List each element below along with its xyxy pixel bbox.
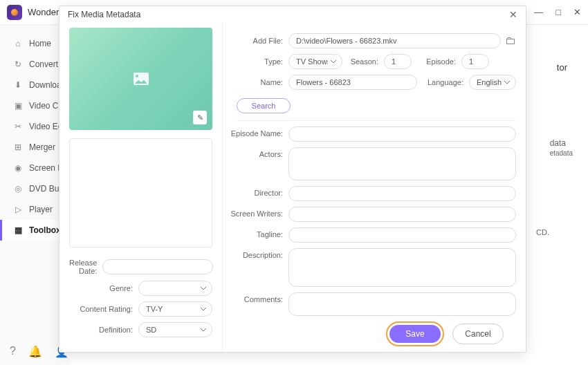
definition-select[interactable]: SD [138, 322, 212, 337]
add-file-label: Add File: [223, 37, 288, 45]
episode-name-input[interactable] [288, 127, 516, 142]
release-date-input[interactable] [102, 259, 213, 274]
close-icon[interactable]: ✕ [509, 9, 517, 20]
comments-label: Comments: [223, 292, 288, 303]
sidebar-item-label: DVD Bu [29, 184, 59, 194]
description-label: Description: [223, 248, 288, 259]
name-label: Name: [223, 78, 288, 86]
season-input[interactable] [384, 54, 412, 69]
home-icon: ⌂ [12, 38, 24, 49]
bg-fragment: CD. [536, 228, 549, 236]
cover-thumbnail[interactable]: ✎ [69, 28, 212, 130]
screen-writers-label: Screen Writers: [223, 207, 288, 218]
cancel-button[interactable]: Cancel [452, 324, 504, 344]
folder-icon[interactable]: 🗀 [505, 35, 516, 47]
left-column: ✎ Release Date: Genre: Content Rating: T… [59, 22, 222, 352]
definition-label: Definition: [69, 326, 138, 334]
window-close-button[interactable]: ✕ [573, 7, 581, 17]
edit-cover-icon[interactable]: ✎ [193, 111, 207, 124]
comments-input[interactable] [288, 292, 516, 316]
actors-label: Actors: [223, 147, 288, 158]
main-window: Wonder — □ ✕ ⌂Home ↻Convert ⬇Downloa ▣Vi… [0, 0, 588, 365]
description-input[interactable] [288, 248, 516, 287]
director-label: Director: [223, 186, 288, 197]
grid-icon: ▦ [12, 225, 24, 236]
merger-icon: ⊞ [12, 142, 24, 153]
type-select[interactable]: TV Shows [288, 54, 342, 69]
sidebar-item-label: Toolbox [29, 225, 61, 235]
save-button-highlight: Save [386, 321, 444, 346]
language-select[interactable]: English [469, 75, 516, 90]
episode-name-label: Episode Name: [223, 127, 288, 138]
metadata-modal: Fix Media Metadata ✕ ✎ Release Date: Gen… [59, 6, 526, 353]
app-logo [7, 5, 22, 20]
help-icon[interactable]: ? [10, 345, 16, 358]
genre-label: Genre: [69, 284, 138, 292]
language-label: Language: [417, 78, 469, 86]
dvd-icon: ◎ [12, 183, 24, 194]
tagline-input[interactable] [288, 227, 516, 243]
genre-select[interactable] [138, 281, 212, 296]
modal-title: Fix Media Metadata [68, 10, 140, 19]
name-input[interactable] [288, 75, 417, 90]
modal-header: Fix Media Metadata ✕ [59, 6, 526, 22]
save-button[interactable]: Save [389, 325, 441, 343]
sidebar-item-label: Merger [29, 142, 55, 152]
sidebar-item-label: Player [29, 205, 53, 214]
bg-fragment: tor [557, 62, 567, 73]
minimize-button[interactable]: — [534, 7, 543, 17]
modal-footer: Save Cancel [223, 316, 516, 352]
episode-label: Episode: [412, 57, 461, 66]
director-input[interactable] [288, 186, 516, 201]
image-placeholder-icon [134, 73, 149, 85]
sidebar-item-label: Home [29, 39, 51, 48]
release-date-label: Release Date: [69, 259, 102, 275]
app-title: Wonder [28, 7, 59, 17]
tagline-label: Tagline: [223, 227, 288, 238]
preview-box [69, 138, 212, 247]
left-fields: Release Date: Genre: Content Rating: TV-… [69, 253, 212, 337]
sidebar-item-label: Video Co [29, 101, 63, 111]
right-column: Add File: 🗀 Type: TV Shows Season: Episo… [222, 22, 526, 352]
scissors-icon: ✂ [12, 121, 24, 132]
add-file-input[interactable] [288, 33, 501, 48]
screen-writers-input[interactable] [288, 207, 516, 222]
window-controls: — □ ✕ [534, 7, 581, 17]
play-icon: ▷ [12, 204, 24, 215]
record-icon: ◉ [12, 162, 24, 174]
maximize-button[interactable]: □ [555, 7, 561, 17]
season-label: Season: [342, 57, 384, 66]
download-icon: ⬇ [12, 79, 24, 91]
video-compress-icon: ▣ [12, 100, 24, 111]
sidebar-item-label: Video Ec [29, 122, 62, 131]
modal-body: ✎ Release Date: Genre: Content Rating: T… [59, 22, 526, 352]
type-label: Type: [223, 57, 288, 66]
fields-scroll: Episode Name: Actors: Director: Screen W… [223, 121, 516, 316]
bg-fragment: dataetadata [550, 138, 573, 158]
bell-icon[interactable]: 🔔 [28, 345, 42, 358]
search-button[interactable]: Search [237, 98, 291, 113]
content-rating-label: Content Rating: [69, 305, 138, 313]
content-rating-select[interactable]: TV-Y [138, 301, 212, 317]
convert-icon: ↻ [12, 59, 24, 70]
episode-input[interactable] [461, 54, 489, 69]
sidebar-item-label: Downloa [29, 80, 62, 90]
sidebar-item-label: Convert [29, 59, 58, 69]
actors-input[interactable] [288, 147, 516, 180]
